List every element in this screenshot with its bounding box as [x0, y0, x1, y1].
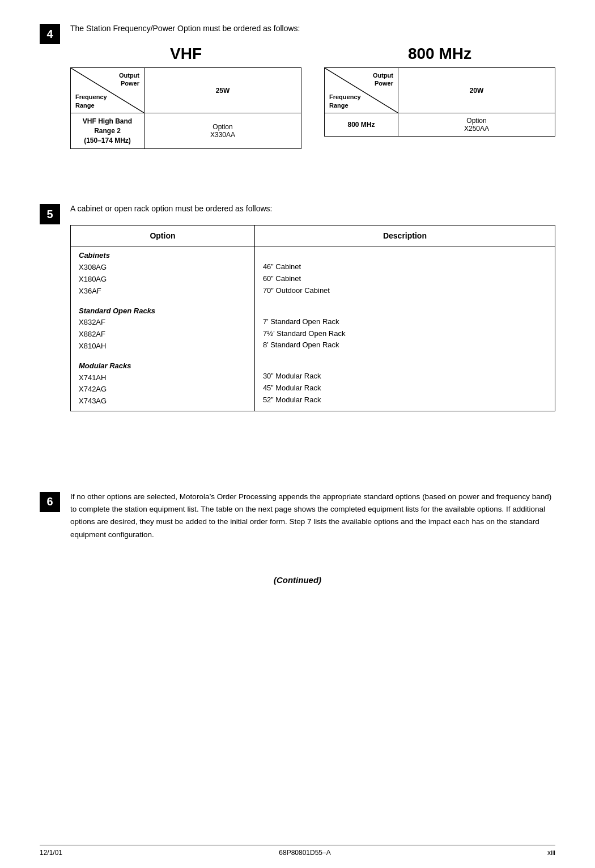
cabinets-desc-group: 46” Cabinet 60” Cabinet 70″ Outdoor Cabi… — [263, 250, 547, 296]
modular-desc-spacer — [263, 359, 547, 371]
mhz800-header-bottom: FrequencyRange — [329, 93, 361, 109]
cabinet-desc-1: 46” Cabinet — [263, 261, 547, 273]
cabinet-desc-2: 60” Cabinet — [263, 273, 547, 285]
step-6-content: If no other options are selected, Motoro… — [70, 491, 555, 541]
cabinets-title: Cabinets — [79, 250, 246, 262]
gap-3 — [40, 459, 555, 491]
table-spacer — [301, 45, 324, 149]
step-4-number: 4 — [40, 24, 60, 44]
modular-item-2: X742AG — [79, 384, 246, 395]
vhf-freq-range: VHF High BandRange 2(150–174 MHz) — [71, 113, 144, 149]
mhz800-title: 800 MHz — [324, 45, 555, 63]
cabinet-row: Cabinets X308AG X180AG X36AF Standard Op… — [71, 246, 555, 411]
modular-desc-1: 30” Modular Rack — [263, 371, 547, 382]
vhf-diagonal-header: OutputPower FrequencyRange — [71, 68, 144, 113]
mhz800-header-top: OutputPower — [373, 71, 393, 88]
step-4-text: The Station Frequency/Power Option must … — [70, 23, 555, 35]
vhf-power-header: 25W — [144, 68, 301, 113]
modular-racks-group: Modular Racks X741AH X742AG X743AG — [79, 360, 246, 407]
cabinet-options-cell: Cabinets X308AG X180AG X36AF Standard Op… — [71, 246, 255, 411]
cabinets-group: Cabinets X308AG X180AG X36AF — [79, 250, 246, 297]
cabinet-item-2: X180AG — [79, 274, 246, 286]
step-6-number: 6 — [40, 492, 60, 512]
mhz800-option: OptionX250AA — [398, 113, 555, 137]
vhf-table: OutputPower FrequencyRange 25W VHF High … — [70, 67, 301, 149]
step-5-text: A cabinet or open rack option must be or… — [70, 203, 555, 215]
modular-item-1: X741AH — [79, 372, 246, 384]
step-4-content: The Station Frequency/Power Option must … — [70, 23, 555, 155]
cabinet-descriptions-cell: 46” Cabinet 60” Cabinet 70″ Outdoor Cabi… — [254, 246, 555, 411]
cabinet-table: Option Description Cabinets X308AG X180A… — [70, 225, 555, 411]
rack-desc-2: 7½’ Standard Open Rack — [263, 328, 547, 340]
rack-item-1: X832AF — [79, 317, 246, 329]
step-5-content: A cabinet or open rack option must be or… — [70, 203, 555, 411]
continued-label: (Continued) — [40, 575, 555, 585]
vhf-section: VHF OutputPower — [70, 45, 301, 149]
footer-center: 68P80801D55–A — [279, 849, 330, 857]
step-4-block: 4 The Station Frequency/Power Option mus… — [40, 23, 555, 155]
step-6-text: If no other options are selected, Motoro… — [70, 491, 555, 541]
cabinet-desc-3: 70″ Outdoor Cabinet — [263, 285, 547, 297]
footer-left: 12/1/01 — [40, 849, 62, 857]
cabinet-item-3: X36AF — [79, 286, 246, 297]
rack-desc-1: 7’ Standard Open Rack — [263, 316, 547, 328]
gap-2 — [40, 428, 555, 459]
modular-racks-title: Modular Racks — [79, 360, 246, 372]
mhz800-freq-range: 800 MHz — [325, 113, 398, 137]
step-5-block: 5 A cabinet or open rack option must be … — [40, 203, 555, 411]
step-6-block: 6 If no other options are selected, Moto… — [40, 491, 555, 541]
modular-desc-2: 45” Modular Rack — [263, 382, 547, 394]
mhz800-section: 800 MHz OutputPower — [324, 45, 555, 149]
gap-1 — [40, 172, 555, 203]
mhz800-power-header: 20W — [398, 68, 555, 113]
mhz800-diagonal-header: OutputPower FrequencyRange — [325, 68, 398, 113]
freq-tables-wrapper: VHF OutputPower — [70, 45, 555, 149]
rack-desc-spacer — [263, 305, 547, 316]
vhf-title: VHF — [70, 45, 301, 63]
footer: 12/1/01 68P80801D55–A xiii — [40, 845, 555, 857]
page: 4 The Station Frequency/Power Option mus… — [0, 0, 595, 868]
description-col-header: Description — [254, 225, 555, 246]
cabinet-item-1: X308AG — [79, 262, 246, 274]
footer-right: xiii — [547, 849, 555, 857]
modular-desc-3: 52” Modular Rack — [263, 394, 547, 406]
option-col-header: Option — [71, 225, 255, 246]
standard-racks-title: Standard Open Racks — [79, 305, 246, 317]
rack-item-3: X810AH — [79, 341, 246, 352]
cabinet-desc-spacer — [263, 250, 547, 261]
vhf-option: OptionX330AA — [144, 113, 301, 149]
step-5-number: 5 — [40, 204, 60, 224]
modular-racks-desc-group: 30” Modular Rack 45” Modular Rack 52” Mo… — [263, 359, 547, 406]
standard-racks-desc-group: 7’ Standard Open Rack 7½’ Standard Open … — [263, 305, 547, 351]
mhz800-table: OutputPower FrequencyRange 20W 800 MHz O… — [324, 67, 555, 137]
rack-item-2: X882AF — [79, 329, 246, 341]
vhf-header-bottom: FrequencyRange — [75, 93, 107, 109]
vhf-header-top: OutputPower — [119, 71, 139, 88]
standard-racks-group: Standard Open Racks X832AF X882AF X810AH — [79, 305, 246, 352]
modular-item-3: X743AG — [79, 395, 246, 407]
rack-desc-3: 8’ Standard Open Rack — [263, 339, 547, 351]
